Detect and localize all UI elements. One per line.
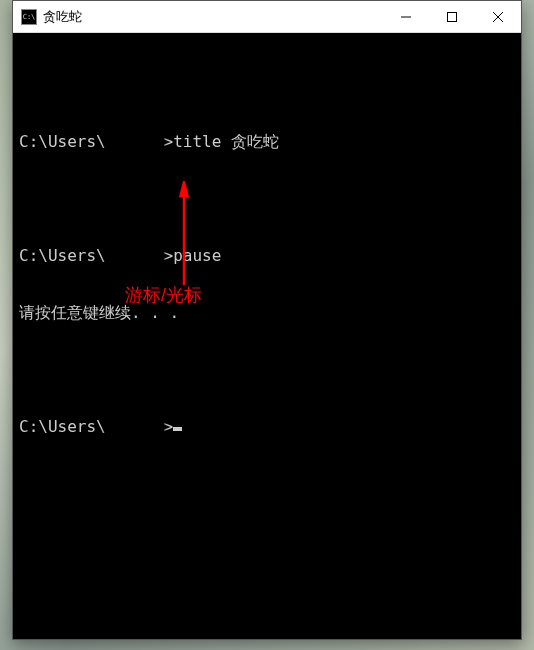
window-controls [383,1,521,32]
close-button[interactable] [475,1,521,32]
cmd-icon: C:\ [21,9,37,25]
window-title: 贪吃蛇 [43,8,383,26]
prompt-suffix: > [164,246,174,265]
pause-message: 请按任意键继续. . . [19,303,515,322]
terminal-area[interactable]: C:\Users\██████>title 贪吃蛇 C:\Users\█████… [13,33,521,535]
terminal-line: C:\Users\██████>pause [19,246,515,265]
redacted-username: ██████ [106,132,164,151]
blank-line [19,189,515,208]
terminal-line: C:\Users\██████> [19,417,515,436]
prompt-prefix: C:\Users\ [19,132,106,151]
close-icon [493,12,503,22]
maximize-button[interactable] [429,1,475,32]
minimize-button[interactable] [383,1,429,32]
titlebar[interactable]: C:\ 贪吃蛇 [13,1,521,33]
cursor [173,427,182,431]
minimize-icon [401,12,411,22]
blank-line [19,75,515,94]
terminal-line: C:\Users\██████>title 贪吃蛇 [19,132,515,151]
prompt-prefix: C:\Users\ [19,417,106,436]
maximize-icon [447,12,457,22]
prompt-suffix: > [164,417,174,436]
command-text: title 贪吃蛇 [173,132,279,151]
prompt-suffix: > [164,132,174,151]
prompt-prefix: C:\Users\ [19,246,106,265]
command-text: pause [173,246,221,265]
svg-rect-1 [448,12,457,21]
cmd-window: C:\ 贪吃蛇 C:\Users\██████>title 贪吃蛇 C:\Use… [12,0,522,640]
redacted-username: ██████ [106,246,164,265]
redacted-username: ██████ [106,417,164,436]
blank-line [19,360,515,379]
